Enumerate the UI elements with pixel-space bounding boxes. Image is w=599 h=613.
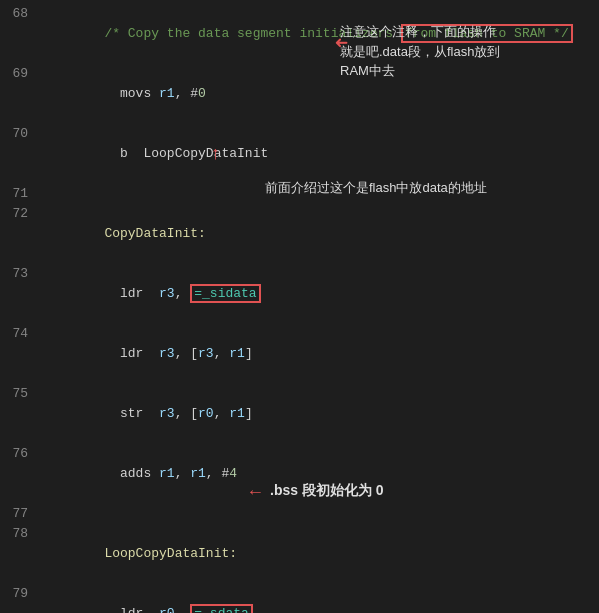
line-code: LoopCopyDataInit: <box>38 524 599 584</box>
line-number: 75 <box>0 384 38 404</box>
code-line-77: 77 <box>0 504 599 524</box>
line-number: 71 <box>0 184 38 204</box>
annotation-note2: 前面介绍过这个是flash中放data的地址 <box>265 178 487 198</box>
line-number: 79 <box>0 584 38 604</box>
annotation-note1: 注意这个注释，下面的操作就是吧.data段，从flash放到RAM中去 <box>340 22 500 81</box>
line-code: ldr r0, =_sdata <box>38 584 599 613</box>
annotation-note2-text: 前面介绍过这个是flash中放data的地址 <box>265 180 487 195</box>
code-line-68: 68 /* Copy the data segment initializers… <box>0 4 599 64</box>
line-code: CopyDataInit: <box>38 204 599 264</box>
line-code: movs r1, #0 <box>38 64 599 124</box>
line-number: 74 <box>0 324 38 344</box>
annotation3-arrow: ← <box>250 482 261 502</box>
line-number: 76 <box>0 444 38 464</box>
code-line-70: 70 b LoopCopyDataInit <box>0 124 599 184</box>
line-number: 77 <box>0 504 38 524</box>
annotation-note1-text: 注意这个注释，下面的操作就是吧.data段，从flash放到RAM中去 <box>340 24 500 78</box>
line-code: b LoopCopyDataInit <box>38 124 599 184</box>
line-number: 72 <box>0 204 38 224</box>
code-viewer: 68 /* Copy the data segment initializers… <box>0 0 599 613</box>
annotation-note3: .bss 段初始化为 0 <box>270 480 384 501</box>
line-code: str r3, [r0, r1] <box>38 384 599 444</box>
line-number: 73 <box>0 264 38 284</box>
code-line-69: 69 movs r1, #0 <box>0 64 599 124</box>
code-line-78: 78 LoopCopyDataInit: <box>0 524 599 584</box>
line-code: ldr r3, =_sidata <box>38 264 599 324</box>
annotation2-arrow: ↑ <box>210 144 221 164</box>
annotation1-arrow: ➜ <box>335 30 348 57</box>
code-line-75: 75 str r3, [r0, r1] <box>0 384 599 444</box>
code-line-73: 73 ldr r3, =_sidata <box>0 264 599 324</box>
code-line-72: 72 CopyDataInit: <box>0 204 599 264</box>
line-number: 78 <box>0 524 38 544</box>
line-number: 68 <box>0 4 38 24</box>
code-line-79: 79 ldr r0, =_sdata <box>0 584 599 613</box>
code-line-74: 74 ldr r3, [r3, r1] <box>0 324 599 384</box>
line-code: /* Copy the data segment initializers fr… <box>38 4 599 64</box>
line-code: ldr r3, [r3, r1] <box>38 324 599 384</box>
annotation-note3-text: .bss 段初始化为 0 <box>270 482 384 498</box>
line-code <box>38 504 599 524</box>
line-number: 69 <box>0 64 38 84</box>
line-number: 70 <box>0 124 38 144</box>
